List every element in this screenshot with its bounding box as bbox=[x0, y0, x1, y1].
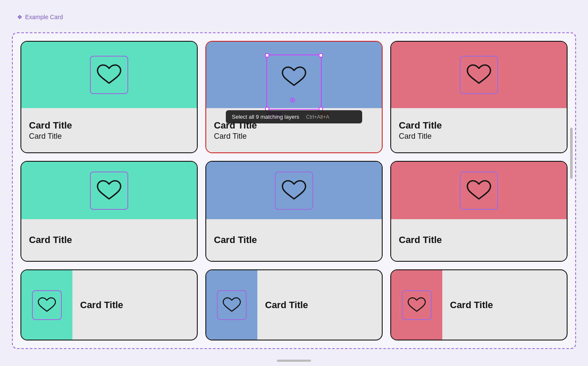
card-pink-tall-body: Card Title Card Title bbox=[391, 108, 567, 152]
heart-box-pink-med bbox=[460, 172, 498, 210]
card-pink-tall-title: Card Title bbox=[399, 120, 559, 131]
scrollbar[interactable] bbox=[570, 128, 573, 179]
card-blue-med-image bbox=[206, 162, 382, 219]
card-teal-tall-subtitle: Card Title bbox=[29, 132, 189, 141]
card-pink-med[interactable]: Card Title bbox=[390, 161, 568, 262]
card-pink-med-body: Card Title bbox=[391, 219, 567, 261]
card-teal-tall-body: Card Title Card Title bbox=[21, 108, 197, 152]
context-tooltip: Select all 9 matching layers Ctrl+Alt+A bbox=[226, 110, 362, 123]
heart-box-teal-horiz bbox=[32, 290, 62, 320]
heart-box-blue-horiz bbox=[217, 290, 247, 320]
heart-box-teal-med bbox=[90, 172, 128, 210]
handle-tl[interactable] bbox=[265, 53, 269, 57]
card-pink-horiz-title: Card Title bbox=[450, 300, 493, 311]
card-blue-horiz-image bbox=[206, 270, 257, 340]
heart-icon-blue-horiz bbox=[222, 295, 242, 315]
card-pink-horiz[interactable]: Card Title bbox=[390, 269, 568, 340]
heart-icon-pink-med bbox=[466, 177, 492, 204]
heart-box-blue-med bbox=[275, 172, 313, 210]
card-blue-tall-selected[interactable]: 55 x 28 ⊕ Select all 9 matching layers C… bbox=[205, 41, 383, 153]
heart-icon-blue-med bbox=[281, 177, 307, 204]
card-teal-horiz-image bbox=[21, 270, 72, 340]
card-blue-med[interactable]: Card Title bbox=[205, 161, 383, 262]
card-teal-horiz-body: Card Title bbox=[72, 295, 197, 316]
card-teal-horiz[interactable]: Card Title bbox=[20, 269, 198, 340]
heart-icon-teal-med bbox=[96, 177, 122, 204]
card-pink-med-title: Card Title bbox=[399, 234, 442, 246]
card-grid: Card Title Card Title 55 x 28 bbox=[20, 41, 568, 340]
heart-box-pink-tall bbox=[460, 56, 498, 94]
diamond-icon: ❖ bbox=[17, 14, 23, 20]
card-blue-med-title: Card Title bbox=[214, 234, 257, 246]
card-teal-tall[interactable]: Card Title Card Title bbox=[20, 41, 198, 153]
card-pink-tall-subtitle: Card Title bbox=[399, 132, 559, 141]
card-teal-tall-title: Card Title bbox=[29, 120, 189, 131]
bottom-scrollbar[interactable] bbox=[277, 360, 311, 362]
heart-icon-teal-tall bbox=[96, 62, 122, 88]
card-blue-horiz-body: Card Title bbox=[257, 295, 382, 316]
crosshair-icon: ⊕ bbox=[289, 95, 299, 105]
card-teal-med-image bbox=[21, 162, 197, 219]
card-pink-horiz-body: Card Title bbox=[442, 295, 567, 316]
canvas-container: Card Title Card Title 55 x 28 bbox=[12, 32, 576, 349]
heart-box-pink-horiz bbox=[402, 290, 432, 320]
card-pink-med-image bbox=[391, 162, 567, 219]
card-pink-tall-image bbox=[391, 42, 567, 108]
card-teal-med-body: Card Title bbox=[21, 219, 197, 261]
card-blue-tall-subtitle: Card Title bbox=[214, 132, 374, 141]
heart-icon-pink-horiz bbox=[407, 295, 427, 315]
handle-tr[interactable] bbox=[319, 53, 323, 57]
card-teal-tall-image bbox=[21, 42, 197, 108]
label-text: Example Card bbox=[25, 14, 63, 20]
card-blue-tall-image: 55 x 28 ⊕ Select all 9 matching layers C… bbox=[206, 42, 382, 108]
page-label: ❖ Example Card bbox=[17, 14, 63, 20]
card-blue-horiz[interactable]: Card Title bbox=[205, 269, 383, 340]
card-pink-horiz-image bbox=[391, 270, 442, 340]
card-blue-med-body: Card Title bbox=[206, 219, 382, 261]
heart-box-teal-tall bbox=[90, 56, 128, 94]
tooltip-shortcut: Ctrl+Alt+A bbox=[306, 114, 329, 120]
card-blue-horiz-title: Card Title bbox=[265, 300, 308, 311]
tooltip-text: Select all 9 matching layers bbox=[232, 114, 299, 120]
card-teal-med[interactable]: Card Title bbox=[20, 161, 198, 262]
card-teal-horiz-title: Card Title bbox=[80, 300, 123, 311]
card-pink-tall[interactable]: Card Title Card Title bbox=[390, 41, 568, 153]
heart-icon-blue-tall bbox=[281, 64, 307, 90]
heart-icon-teal-horiz bbox=[37, 295, 57, 315]
heart-icon-pink-tall bbox=[466, 62, 492, 88]
card-teal-med-title: Card Title bbox=[29, 234, 72, 246]
